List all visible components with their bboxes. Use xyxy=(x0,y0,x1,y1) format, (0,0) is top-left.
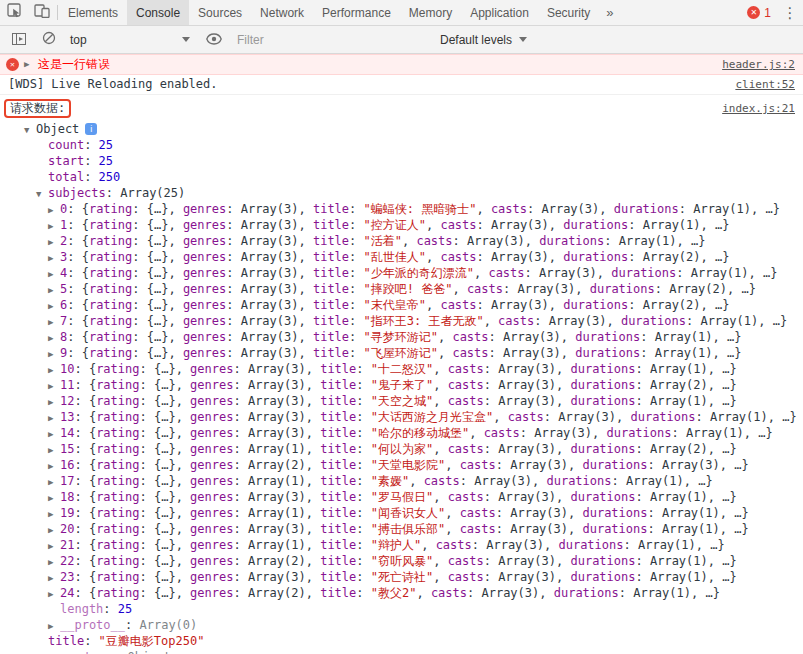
inspect-cursor-icon xyxy=(7,3,22,22)
subject-item-row: ▶3: {rating: {…}, genres: Array(3), titl… xyxy=(0,249,803,265)
sidebar-panel-icon xyxy=(12,31,26,49)
tab-console[interactable]: Console xyxy=(127,0,189,25)
disclosure-triangle-icon[interactable]: ▶ xyxy=(48,266,60,281)
property-row: total: 250 xyxy=(0,169,803,185)
disclosure-triangle-icon[interactable]: ▶ xyxy=(48,298,60,313)
tab-sources[interactable]: Sources xyxy=(189,0,251,25)
disclosure-triangle-icon[interactable]: ▶ xyxy=(48,458,60,473)
filter-input[interactable] xyxy=(237,33,427,47)
panel-tabs: ElementsConsoleSourcesNetworkPerformance… xyxy=(59,0,599,25)
subject-item-row: ▶13: {rating: {…}, genres: Array(3), tit… xyxy=(0,409,803,425)
disclosure-triangle-icon[interactable]: ▶ xyxy=(48,570,60,585)
devtools-menu-button[interactable]: ⋮ xyxy=(777,4,803,22)
property-row: count: 25 xyxy=(0,137,803,153)
tab-network[interactable]: Network xyxy=(251,0,313,25)
disclosure-triangle-icon[interactable]: ▶ xyxy=(48,554,60,569)
log-text: [WDS] Live Reloading enabled. xyxy=(8,77,218,91)
tab-memory[interactable]: Memory xyxy=(400,0,461,25)
subject-item-row: ▶5: {rating: {…}, genres: Array(3), titl… xyxy=(0,281,803,297)
disclosure-triangle-icon[interactable]: ▶ xyxy=(48,426,60,441)
annotated-text: 请求数据: xyxy=(4,99,71,118)
subject-item-row: ▶14: {rating: {…}, genres: Array(3), tit… xyxy=(0,425,803,441)
console-sidebar-button[interactable] xyxy=(4,26,34,53)
disclosure-triangle-icon[interactable]: ▶ xyxy=(48,378,60,393)
disclosure-triangle-icon[interactable]: ▶ xyxy=(48,410,60,425)
disclosure-triangle-icon[interactable]: ▶ xyxy=(48,490,60,505)
subject-item-row: ▶17: {rating: {…}, genres: Array(1), tit… xyxy=(0,473,803,489)
main-toolbar: ElementsConsoleSourcesNetworkPerformance… xyxy=(0,0,803,26)
eye-icon xyxy=(206,31,222,49)
log-levels-label: Default levels xyxy=(440,33,512,47)
clear-console-button[interactable] xyxy=(34,26,64,53)
log-levels-selector[interactable]: Default levels xyxy=(430,26,537,53)
more-tabs-button[interactable]: » xyxy=(599,0,620,25)
disclosure-triangle-icon[interactable]: ▶ xyxy=(48,618,60,633)
chevron-down-icon xyxy=(519,37,527,42)
console-message: 请求数据:index.js:21 xyxy=(0,95,803,121)
subject-item-row: ▶22: {rating: {…}, genres: Array(2), tit… xyxy=(0,553,803,569)
disclosure-triangle-icon[interactable]: ▶ xyxy=(48,394,60,409)
console-toolbar: top Default levels xyxy=(0,26,803,54)
subject-item-row: ▶1: {rating: {…}, genres: Array(3), titl… xyxy=(0,217,803,233)
disclosure-triangle-icon[interactable]: ▶ xyxy=(36,650,48,654)
source-link[interactable]: index.js:21 xyxy=(722,101,795,116)
execution-context-label: top xyxy=(70,33,87,47)
tab-security[interactable]: Security xyxy=(538,0,599,25)
message-text: [WDS] Live Reloading enabled. xyxy=(6,77,725,92)
subject-item-row: ▶9: {rating: {…}, genres: Array(3), titl… xyxy=(0,345,803,361)
tab-elements[interactable]: Elements xyxy=(59,0,127,25)
tab-performance[interactable]: Performance xyxy=(313,0,400,25)
disclosure-triangle-icon[interactable]: ▶ xyxy=(48,474,60,489)
toolbar-right-cluster: ✕ 1 ⋮ xyxy=(741,0,803,25)
device-toolbar-button[interactable] xyxy=(28,0,56,25)
disclosure-triangle-icon[interactable]: ▶ xyxy=(48,442,60,457)
subject-item-row: ▶8: {rating: {…}, genres: Array(3), titl… xyxy=(0,329,803,345)
devtools-window: ElementsConsoleSourcesNetworkPerformance… xyxy=(0,0,803,654)
disclosure-triangle-icon[interactable]: ▶ xyxy=(48,250,60,265)
execution-context-selector[interactable]: top xyxy=(64,26,196,53)
disclosure-triangle-icon[interactable]: ▶ xyxy=(48,234,60,249)
live-expression-button[interactable] xyxy=(199,26,229,53)
disclosure-triangle-icon[interactable]: ▶ xyxy=(24,57,36,72)
subject-item-row: ▶23: {rating: {…}, genres: Array(3), tit… xyxy=(0,569,803,585)
source-link[interactable]: header.js:2 xyxy=(722,57,795,72)
tab-application[interactable]: Application xyxy=(461,0,538,25)
disclosure-triangle-icon[interactable]: ▼ xyxy=(36,186,48,201)
subject-item-row: ▶6: {rating: {…}, genres: Array(3), titl… xyxy=(0,297,803,313)
message-text: 请求数据: xyxy=(6,99,712,118)
error-badge[interactable]: ✕ 1 xyxy=(741,6,777,20)
subject-item-row: ▶11: {rating: {…}, genres: Array(3), tit… xyxy=(0,377,803,393)
disclosure-triangle-icon[interactable]: ▶ xyxy=(48,202,60,217)
source-link[interactable]: client:52 xyxy=(735,77,795,92)
disclosure-triangle-icon[interactable]: ▶ xyxy=(48,330,60,345)
disclosure-triangle-icon[interactable]: ▶ xyxy=(48,314,60,329)
disclosure-triangle-icon[interactable]: ▶ xyxy=(48,586,60,601)
disclosure-triangle-icon[interactable]: ▶ xyxy=(48,522,60,537)
inspect-element-button[interactable] xyxy=(0,0,28,25)
disclosure-triangle-icon[interactable]: ▶ xyxy=(48,282,60,297)
toolbar-separator xyxy=(57,5,58,20)
subject-item-row: ▶15: {rating: {…}, genres: Array(1), tit… xyxy=(0,441,803,457)
title-property-row: title: "豆瓣电影Top250" xyxy=(0,633,803,649)
array-proto-row: ▶__proto__: Array(0) xyxy=(0,617,803,633)
disclosure-triangle-icon[interactable]: ▶ xyxy=(48,538,60,553)
subject-item-row: ▶4: {rating: {…}, genres: Array(3), titl… xyxy=(0,265,803,281)
device-toolbar-icon xyxy=(34,4,50,22)
error-icon: ✕ xyxy=(747,6,760,19)
error-count: 1 xyxy=(764,6,771,20)
disclosure-triangle-icon[interactable]: ▶ xyxy=(48,506,60,521)
disclosure-triangle-icon[interactable]: ▶ xyxy=(48,362,60,377)
disclosure-triangle-icon[interactable]: ▶ xyxy=(48,346,60,361)
console-message: [WDS] Live Reloading enabled.client:52 xyxy=(0,75,803,95)
subject-item-row: ▶0: {rating: {…}, genres: Array(3), titl… xyxy=(0,201,803,217)
disclosure-triangle-icon[interactable]: ▶ xyxy=(48,218,60,233)
log-text: 这是一行错误 xyxy=(38,57,110,71)
info-icon: i xyxy=(85,123,97,135)
subject-item-row: ▶10: {rating: {…}, genres: Array(3), tit… xyxy=(0,361,803,377)
chevron-down-icon xyxy=(182,37,190,42)
subject-item-row: ▶7: {rating: {…}, genres: Array(3), titl… xyxy=(0,313,803,329)
subject-item-row: ▶21: {rating: {…}, genres: Array(1), tit… xyxy=(0,537,803,553)
subject-item-row: ▶12: {rating: {…}, genres: Array(3), tit… xyxy=(0,393,803,409)
disclosure-triangle-icon[interactable]: ▼ xyxy=(24,122,36,137)
subject-item-row: ▶20: {rating: {…}, genres: Array(3), tit… xyxy=(0,521,803,537)
